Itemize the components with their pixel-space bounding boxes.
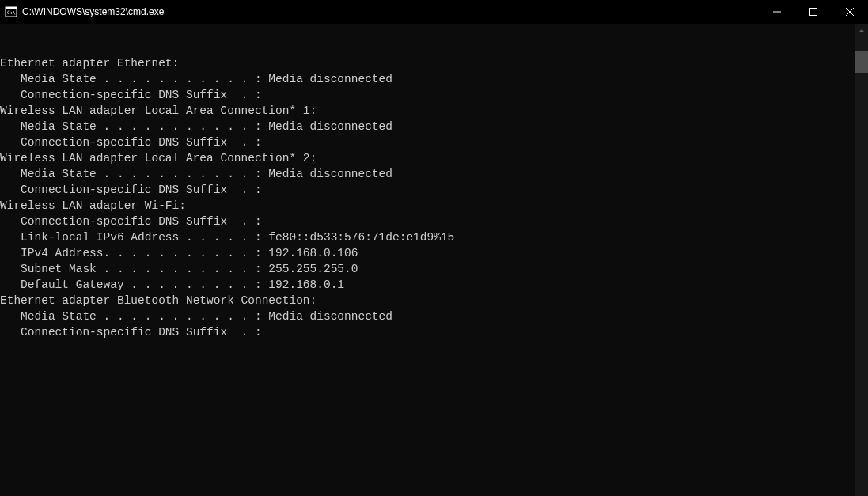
scrollbar-up-arrow-icon[interactable] <box>855 24 868 37</box>
titlebar-left: C:\ C:\WINDOWS\system32\cmd.exe <box>0 6 164 18</box>
cmd-window: C:\ C:\WINDOWS\system32\cmd.exe Ethernet… <box>0 0 868 496</box>
output-line: IPv4 Address. . . . . . . . . . . : 192.… <box>0 245 868 261</box>
output-line: Media State . . . . . . . . . . . : Medi… <box>0 119 868 134</box>
output-line: Connection-specific DNS Suffix . : <box>0 182 868 198</box>
titlebar: C:\ C:\WINDOWS\system32\cmd.exe <box>0 0 868 24</box>
svg-rect-4 <box>810 9 817 16</box>
scrollbar-thumb[interactable] <box>855 51 868 73</box>
output-line: Media State . . . . . . . . . . . : Medi… <box>0 166 868 182</box>
terminal-content: Ethernet adapter Ethernet: Media State .… <box>0 55 868 340</box>
output-line: Wireless LAN adapter Local Area Connecti… <box>0 150 868 166</box>
output-line: Connection-specific DNS Suffix . : <box>0 214 868 229</box>
output-line: Media State . . . . . . . . . . . : Medi… <box>0 309 868 324</box>
output-line: Ethernet adapter Bluetooth Network Conne… <box>0 293 868 309</box>
output-line: Default Gateway . . . . . . . . . : 192.… <box>0 277 868 293</box>
cmd-icon: C:\ <box>5 6 17 18</box>
output-line: Ethernet adapter Ethernet: <box>0 55 868 71</box>
output-line: Connection-specific DNS Suffix . : <box>0 87 868 103</box>
terminal-output[interactable]: Ethernet adapter Ethernet: Media State .… <box>0 24 868 496</box>
output-line: Wireless LAN adapter Wi-Fi: <box>0 198 868 214</box>
output-line: Connection-specific DNS Suffix . : <box>0 134 868 150</box>
minimize-button[interactable] <box>759 0 795 24</box>
output-line: Media State . . . . . . . . . . . : Medi… <box>0 71 868 87</box>
vertical-scrollbar[interactable] <box>855 24 868 496</box>
output-line: Wireless LAN adapter Local Area Connecti… <box>0 103 868 119</box>
window-title: C:\WINDOWS\system32\cmd.exe <box>22 6 164 17</box>
window-controls <box>759 0 868 24</box>
output-line: Link-local IPv6 Address . . . . . : fe80… <box>0 229 868 245</box>
svg-marker-7 <box>859 29 865 32</box>
output-line: Connection-specific DNS Suffix . : <box>0 324 868 340</box>
close-button[interactable] <box>832 0 868 24</box>
output-line: Subnet Mask . . . . . . . . . . . : 255.… <box>0 261 868 277</box>
svg-text:C:\: C:\ <box>7 9 16 15</box>
maximize-button[interactable] <box>795 0 832 24</box>
